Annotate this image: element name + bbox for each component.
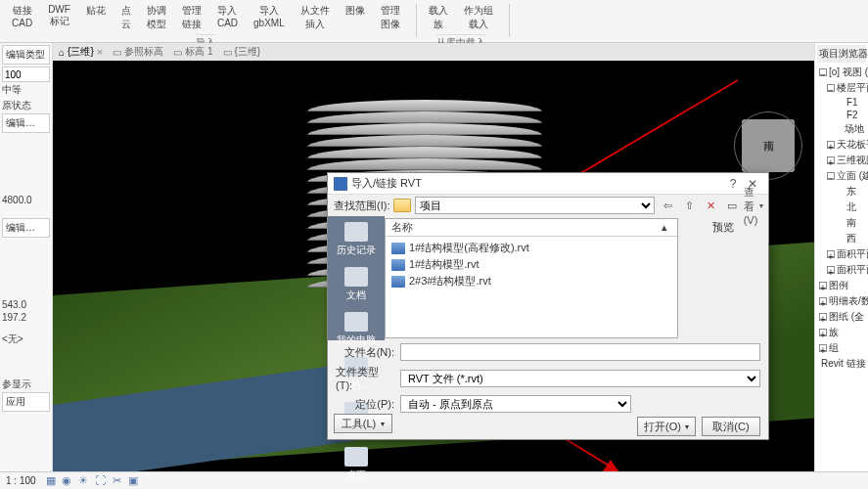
- tree-item[interactable]: +图纸 (全: [817, 309, 866, 325]
- ribbon-button[interactable]: 协调模型: [139, 2, 174, 33]
- file-row[interactable]: 2#3#结构模型.rvt: [389, 273, 673, 289]
- ribbon-button[interactable]: 图像: [338, 2, 373, 33]
- close-icon[interactable]: ×: [97, 46, 103, 58]
- column-name[interactable]: 名称: [391, 220, 662, 235]
- tree-item[interactable]: −立面 (建: [817, 168, 866, 184]
- expand-icon[interactable]: +: [827, 266, 835, 274]
- new-folder-icon[interactable]: ▭: [723, 197, 741, 214]
- delete-icon[interactable]: ✕: [702, 197, 719, 214]
- places-item[interactable]: 历史记录: [337, 222, 376, 257]
- expand-icon[interactable]: +: [819, 297, 827, 305]
- svg-marker-3: [603, 460, 618, 471]
- expand-icon[interactable]: +: [827, 156, 835, 164]
- tree-item[interactable]: +三维视图: [817, 153, 866, 168]
- tree-item[interactable]: +面积平面: [817, 246, 866, 262]
- expand-icon[interactable]: +: [819, 329, 827, 336]
- tree-item[interactable]: +面积平面: [817, 262, 866, 278]
- view-tab-active[interactable]: ⌂ {三维} ×: [59, 45, 103, 59]
- project-browser: 项目浏览器 - 场… −[o] 视图 (全−楼层平面F1F2场地+天花板平+三维…: [814, 43, 868, 471]
- show-crop-icon[interactable]: ▣: [128, 474, 138, 486]
- sun-path-icon[interactable]: ☀: [78, 474, 88, 486]
- ribbon-button[interactable]: 贴花: [78, 2, 114, 33]
- view-cube[interactable]: 南 顶: [742, 119, 795, 172]
- tree-item[interactable]: +明细表/数: [817, 293, 866, 309]
- back-icon[interactable]: ⇦: [659, 197, 676, 214]
- tools-button[interactable]: 工具(L): [334, 414, 392, 433]
- apply-button[interactable]: 应用: [2, 392, 50, 412]
- ribbon-button[interactable]: 导入gbXML: [246, 2, 293, 33]
- tree-item[interactable]: +组: [817, 340, 866, 356]
- places-item[interactable]: 文档: [344, 267, 368, 302]
- edit-type-button[interactable]: 编辑类型: [2, 45, 50, 65]
- dialog-titlebar[interactable]: 导入/链接 RVT ? ✕: [328, 173, 768, 195]
- preview-label: 预览: [684, 218, 762, 237]
- view-menu-button[interactable]: 查看(V): [745, 197, 762, 214]
- view-tab-2[interactable]: ▭标高 1: [173, 45, 212, 59]
- edit-type-label: 编辑类型: [6, 49, 45, 60]
- dialog-title: 导入/链接 RVT: [351, 176, 723, 191]
- file-type-select[interactable]: RVT 文件 (*.rvt): [400, 370, 760, 387]
- ribbon-button[interactable]: 导入CAD: [209, 2, 246, 33]
- expand-icon[interactable]: −: [827, 84, 835, 92]
- ribbon-button[interactable]: 管理图像: [373, 2, 408, 33]
- expand-icon[interactable]: +: [819, 282, 827, 289]
- file-row[interactable]: 1#结构模型(高程修改).rvt: [389, 240, 673, 256]
- ribbon-button[interactable]: 作为组载入: [456, 2, 501, 33]
- doc-icon: ▭: [173, 47, 182, 58]
- file-list[interactable]: 1#结构模型(高程修改).rvt1#结构模型.rvt2#3#结构模型.rvt: [386, 237, 677, 292]
- file-row[interactable]: 1#结构模型.rvt: [389, 256, 673, 273]
- ribbon-button[interactable]: DWF标记: [40, 2, 78, 33]
- tree-item[interactable]: +族: [817, 325, 866, 340]
- detail-level-icon[interactable]: ▦: [46, 474, 56, 486]
- up-icon[interactable]: ⇧: [680, 197, 698, 214]
- tree-item[interactable]: 场地: [817, 121, 866, 137]
- help-icon[interactable]: ?: [723, 177, 743, 191]
- look-in-label: 查找范围(I):: [334, 199, 389, 213]
- expand-icon[interactable]: −: [819, 68, 827, 76]
- crop-icon[interactable]: ✂: [113, 474, 121, 486]
- file-name-label: 文件名(N):: [344, 345, 394, 360]
- tree-item[interactable]: +天花板平: [817, 137, 866, 153]
- tree-item[interactable]: +图例: [817, 278, 866, 293]
- visual-style: 原状态: [2, 98, 50, 113]
- file-name-input[interactable]: [400, 343, 760, 361]
- expand-icon[interactable]: +: [819, 313, 827, 321]
- places-item[interactable]: 桌面: [344, 447, 368, 482]
- chk-show[interactable]: 参显示: [2, 377, 50, 392]
- positioning-select[interactable]: 自动 - 原点到原点: [400, 395, 631, 413]
- expand-icon[interactable]: +: [827, 250, 835, 258]
- tree-item[interactable]: −[o] 视图 (全: [817, 65, 866, 80]
- expand-icon[interactable]: +: [827, 141, 835, 149]
- tree-item[interactable]: 西: [817, 231, 866, 246]
- value-543: 543.0: [2, 298, 50, 311]
- ribbon-button[interactable]: 管理链接: [174, 2, 209, 33]
- ribbon-button[interactable]: 载入族: [421, 2, 456, 33]
- sort-icon[interactable]: ▴: [662, 221, 671, 234]
- revit-icon: [334, 177, 347, 191]
- ribbon-button[interactable]: 链接CAD: [4, 2, 40, 33]
- tree-item[interactable]: 南: [817, 215, 866, 231]
- tree-item[interactable]: −楼层平面: [817, 80, 866, 96]
- open-button[interactable]: 打开(O): [637, 417, 696, 436]
- ribbon-button[interactable]: 从文件插入: [293, 2, 338, 33]
- view-scale[interactable]: 1 : 100: [6, 475, 36, 486]
- tree-item[interactable]: 北: [817, 200, 866, 215]
- expand-icon[interactable]: −: [827, 172, 835, 180]
- shadows-icon[interactable]: ⛶: [95, 474, 106, 486]
- cancel-button[interactable]: 取消(C): [702, 417, 760, 436]
- tree-item[interactable]: Revit 链接: [817, 356, 866, 372]
- view-tab-3[interactable]: ▭{三维}: [223, 45, 261, 59]
- expand-icon[interactable]: +: [819, 344, 827, 352]
- edit-button-1[interactable]: 编辑…: [2, 113, 50, 133]
- file-type-label: 文件类型(T):: [336, 365, 394, 391]
- file-list-header[interactable]: 名称 ▴: [386, 219, 677, 237]
- view-tab-1[interactable]: ▭参照标高: [113, 45, 163, 59]
- tree-item[interactable]: F1: [817, 96, 866, 109]
- tree-item[interactable]: 东: [817, 184, 866, 200]
- look-in-select[interactable]: 项目: [415, 197, 655, 214]
- scale-input[interactable]: [2, 67, 50, 82]
- tree-item[interactable]: F2: [817, 109, 866, 121]
- visual-style-icon[interactable]: ◉: [62, 474, 71, 486]
- ribbon-button[interactable]: 点云: [114, 2, 139, 33]
- edit-button-2[interactable]: 编辑…: [2, 218, 50, 238]
